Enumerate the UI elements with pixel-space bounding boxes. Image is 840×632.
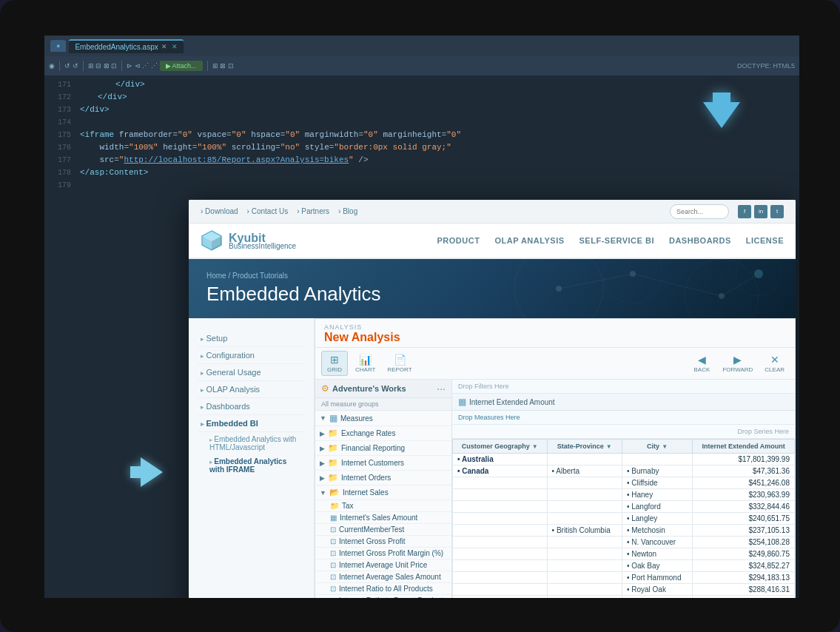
folder-internet-customers[interactable]: ▶ 📁 Internet Customers xyxy=(315,456,451,471)
code-line-177: 177 src="http://localhost:85/Report.aspx… xyxy=(44,154,799,167)
sidebar-item-olap[interactable]: OLAP Analysis xyxy=(198,381,305,398)
folder-internet-orders[interactable]: ▶ 📁 Internet Orders xyxy=(315,471,451,485)
svg-point-14 xyxy=(754,269,763,278)
measure-igp[interactable]: ⊡ Internet Gross Profit xyxy=(315,536,451,548)
toolbar-icon-5[interactable]: ⊞ ⊠ ⊡ xyxy=(212,62,234,70)
sidebar-item-general-usage[interactable]: General Usage xyxy=(198,364,305,381)
calc-icon-iasa: ⊡ xyxy=(330,573,336,581)
calc-icon-irpp: ⊡ xyxy=(330,596,336,598)
linkedin-icon[interactable]: in xyxy=(754,205,767,218)
table-header-row: Customer Geography ▼ State-Province xyxy=(453,440,795,454)
province-filter-icon[interactable]: ▼ xyxy=(606,443,612,450)
folder-financial[interactable]: ▶ 📁 Financial Reporting xyxy=(315,441,451,456)
measure-cmt[interactable]: ⊡ CurrentMemberTest xyxy=(315,524,451,536)
toolbar-forward-button[interactable]: ▶ FORWARD xyxy=(718,352,757,375)
social-icons: f in t xyxy=(738,205,784,218)
drop-series-zone[interactable]: Drop Series Here xyxy=(452,425,795,439)
calc-icon-iaup: ⊡ xyxy=(330,561,336,569)
topnav-download[interactable]: Download xyxy=(201,207,238,215)
nav-license[interactable]: LICENSE xyxy=(746,236,784,245)
col-header-province[interactable]: State-Province ▼ xyxy=(547,440,622,454)
folder-expand-icon-is: ▼ xyxy=(320,489,326,497)
toolbar-report-button[interactable]: 📄 REPORT xyxy=(383,352,416,375)
analysis-toolbar: ⊞ GRID 📊 CHART 📄 REPORT xyxy=(315,348,795,380)
sidebar-subitem-html[interactable]: Embedded Analytics with HTML/Javascript xyxy=(198,432,305,454)
breadcrumb-tutorials[interactable]: Product Tutorials xyxy=(232,272,288,280)
toolbar-grid-button[interactable]: ⊞ GRID xyxy=(321,351,348,376)
toolbar-back-button[interactable]: ◀ BACK xyxy=(688,352,715,375)
topnav-partners[interactable]: Partners xyxy=(297,207,329,215)
measure-iasa[interactable]: ⊡ Internet Average Sales Amount xyxy=(315,571,451,583)
svg-point-12 xyxy=(630,271,636,277)
sidebar-item-setup[interactable]: Setup xyxy=(198,330,305,347)
topnav-blog[interactable]: Blog xyxy=(338,207,357,215)
toolbar-clear-button[interactable]: ✕ CLEAR xyxy=(760,352,789,375)
hero-title: Embedded Analytics xyxy=(206,283,381,306)
table-row: • Shawnee$267,883.36 xyxy=(453,596,795,599)
down-arrow-icon xyxy=(703,102,740,128)
folder-label-financial: Financial Reporting xyxy=(341,444,405,452)
cell-city-12: • Shawnee xyxy=(622,596,692,599)
drop-measures-zone[interactable]: Drop Measures Here xyxy=(452,411,795,425)
sidebar-item-dashboards[interactable]: Dashboards xyxy=(198,398,305,415)
measure-tax[interactable]: 📁 Tax xyxy=(315,500,451,512)
cell-amount-12: $267,883.36 xyxy=(693,596,795,599)
cell-city-3: • Haney xyxy=(622,489,692,501)
measure-iaup[interactable]: ⊡ Internet Average Unit Price xyxy=(315,559,451,571)
geo-filter-icon[interactable]: ▼ xyxy=(532,443,538,450)
nav-olap[interactable]: OLAP ANALYSIS xyxy=(494,236,564,245)
folder-label-is: Internet Sales xyxy=(343,488,389,497)
bar-icon-isa: ▦ xyxy=(330,514,337,522)
drop-filters-zone[interactable]: Drop Filters Here xyxy=(452,380,795,394)
topnav-contact[interactable]: Contact Us xyxy=(247,207,289,215)
nav-dashboards[interactable]: DASHBOARDS xyxy=(669,236,731,245)
table-row: • Royal Oak$288,416.31 xyxy=(453,584,795,596)
cell-amount-8: $249,860.75 xyxy=(693,548,795,560)
code-line-175: 175 <iframe frameborder="0" vspace="0" h… xyxy=(44,129,799,141)
clear-label: CLEAR xyxy=(765,366,784,373)
facebook-icon[interactable]: f xyxy=(738,205,751,218)
col-header-amount[interactable]: Internet Extended Amount xyxy=(693,440,795,454)
measure-irap[interactable]: ⊡ Internet Ratio to All Products xyxy=(315,583,451,595)
sidebar-subitem-iframe[interactable]: Embedded Analytics with IFRAME xyxy=(198,454,305,477)
measures-group-label[interactable]: All measure groups xyxy=(315,398,451,411)
search-input[interactable] xyxy=(670,204,729,219)
sidebar-item-embedded-bi[interactable]: Embedded BI xyxy=(198,415,305,432)
col-header-city[interactable]: City ▼ xyxy=(622,440,692,454)
breadcrumb-home[interactable]: Home xyxy=(206,272,226,280)
editor-toolbar: ◉ ↺ ↺ ⊞ ⊟ ⊠ ⊡ ⊳ ⊲ ⋰ ⋰ ▶ Attach... ⊞ ⊠ ⊡ … xyxy=(44,56,799,75)
nav-product[interactable]: PRODUCT xyxy=(437,236,480,245)
folder-exchange-rates[interactable]: ▶ 📁 Exchange Rates xyxy=(315,426,451,441)
chart-label: CHART xyxy=(355,366,375,373)
toolbar-icon-1[interactable]: ◉ xyxy=(49,62,55,70)
toolbar-chart-button[interactable]: 📊 CHART xyxy=(351,352,380,375)
nav-self-service[interactable]: SELF-SERVICE BI xyxy=(579,236,654,245)
attach-button[interactable]: ▶ Attach... xyxy=(160,61,203,71)
cell-city-9: • Oak Bay xyxy=(622,560,692,572)
col-header-geo[interactable]: Customer Geography ▼ xyxy=(453,440,548,454)
grid-label: GRID xyxy=(327,366,342,373)
folder-expand-icon-ic: ▶ xyxy=(320,460,325,467)
folder-icon-tax: 📁 xyxy=(330,502,339,510)
website-overlay: Download Contact Us Partners Blog f in t xyxy=(189,200,796,598)
folder-internet-sales[interactable]: ▼ 📂 Internet Sales xyxy=(315,485,451,500)
toolbar-icon-2[interactable]: ↺ ↺ xyxy=(64,62,78,70)
hero-pattern xyxy=(500,259,796,318)
toolbar-icon-3[interactable]: ⊞ ⊟ ⊠ ⊡ xyxy=(88,62,118,70)
cell-city-8: • Newton xyxy=(622,548,692,560)
clear-icon: ✕ xyxy=(770,354,779,366)
measures-menu-icon[interactable]: ··· xyxy=(437,383,446,394)
measures-folder-main[interactable]: ▼ ▦ Measures xyxy=(315,411,451,426)
main-nav-links: PRODUCT OLAP ANALYSIS SELF-SERVICE BI DA… xyxy=(437,236,784,245)
city-filter-icon[interactable]: ▼ xyxy=(662,443,668,450)
twitter-icon[interactable]: t xyxy=(770,205,784,218)
measure-igpm[interactable]: ⊡ Internet Gross Profit Margin (%) xyxy=(315,548,451,559)
calc-icon-igpm: ⊡ xyxy=(330,549,336,557)
editor-tab-active[interactable]: EmbeddedAnalytics.aspx ✕ ✕ xyxy=(69,39,183,53)
measure-isa[interactable]: ▦ Internet's Sales Amount xyxy=(315,512,451,524)
toolbar-icon-4[interactable]: ⊳ ⊲ ⋰ ⋰ xyxy=(127,62,158,70)
sidebar-item-configuration[interactable]: Configuration xyxy=(198,347,305,364)
tab-close-icon[interactable]: ✕ xyxy=(161,43,167,50)
cell-amount-2: $451,246.08 xyxy=(693,477,795,489)
measure-irpp[interactable]: ⊡ Internet Ratio to Parent Product xyxy=(315,595,451,598)
